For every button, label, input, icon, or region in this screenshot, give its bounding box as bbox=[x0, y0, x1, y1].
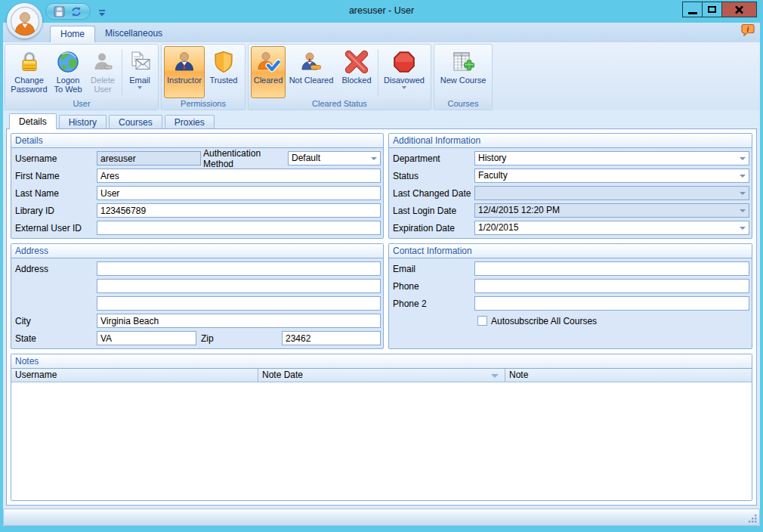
ribbon-tab-row: Home Miscellaneous i bbox=[3, 23, 760, 42]
additional-info-groupbox: Additional Information Department Histor… bbox=[388, 133, 752, 239]
column-header-note[interactable]: Note bbox=[505, 369, 752, 382]
window-title: aresuser - User bbox=[113, 5, 650, 16]
notes-table-header: Username Note Date Note bbox=[11, 369, 752, 382]
close-button[interactable] bbox=[721, 2, 757, 17]
last-changed-combo[interactable] bbox=[474, 186, 749, 200]
autosubscribe-checkbox[interactable] bbox=[477, 316, 487, 326]
ribbon-group-courses: New Course Courses bbox=[434, 44, 493, 110]
cleared-button[interactable]: Cleared bbox=[251, 46, 286, 98]
zip-field[interactable] bbox=[282, 331, 381, 345]
address-row-2 bbox=[14, 279, 381, 293]
details-page: Details Username Authentication Method D… bbox=[6, 128, 757, 506]
resize-grip[interactable] bbox=[747, 513, 758, 524]
city-field[interactable] bbox=[97, 314, 381, 328]
ribbon-group-cleared-status-content: Cleared Not Cleared bbox=[249, 45, 431, 98]
city-label: City bbox=[14, 316, 97, 326]
ribbon-group-courses-caption: Courses bbox=[434, 98, 492, 110]
user-minus-icon bbox=[299, 50, 323, 74]
phone2-field[interactable] bbox=[474, 296, 749, 311]
minimize-button[interactable] bbox=[682, 2, 703, 17]
save-icon[interactable] bbox=[54, 6, 65, 17]
last-login-combo[interactable]: 12/4/2015 12:20 PM bbox=[474, 203, 749, 218]
tab-courses[interactable]: Courses bbox=[109, 115, 162, 129]
address-line1-field[interactable] bbox=[97, 261, 381, 276]
change-password-label: Change Password bbox=[10, 76, 48, 94]
address-header: Address bbox=[11, 244, 383, 258]
last-login-label: Last Login Date bbox=[391, 206, 474, 216]
expiration-value: 1/20/2015 bbox=[478, 222, 518, 233]
username-label: Username bbox=[14, 153, 97, 164]
new-course-button[interactable]: New Course bbox=[437, 46, 490, 98]
middle-row: Address Address bbox=[11, 243, 752, 349]
user-gray-icon bbox=[91, 50, 115, 74]
tab-details[interactable]: Details bbox=[9, 113, 57, 129]
window-controls bbox=[683, 2, 757, 17]
not-cleared-button[interactable]: Not Cleared bbox=[286, 46, 337, 98]
blocked-button[interactable]: Blocked bbox=[337, 46, 376, 98]
instructor-button[interactable]: Instructor bbox=[164, 46, 205, 98]
ribbon-tab-home[interactable]: Home bbox=[50, 26, 95, 42]
column-header-note-date[interactable]: Note Date bbox=[258, 369, 505, 382]
state-field[interactable] bbox=[97, 331, 196, 345]
email-label: Email bbox=[391, 264, 474, 274]
external-id-field[interactable] bbox=[97, 221, 381, 235]
contact-info-header: Contact Information bbox=[389, 244, 752, 258]
details-header: Details bbox=[11, 134, 383, 148]
quick-access-toolbar bbox=[45, 3, 91, 20]
department-combo[interactable]: History bbox=[474, 151, 749, 165]
auth-method-combo[interactable]: Default bbox=[288, 151, 381, 165]
first-name-field[interactable] bbox=[97, 169, 381, 183]
logon-to-web-button[interactable]: Logon To Web bbox=[51, 46, 85, 98]
titlebar: aresuser - User bbox=[0, 0, 763, 23]
new-course-label: New Course bbox=[440, 76, 487, 85]
last-login-value: 12/4/2015 12:20 PM bbox=[478, 205, 560, 215]
qat-customize-button[interactable] bbox=[98, 6, 106, 20]
tab-history[interactable]: History bbox=[59, 115, 107, 129]
maximize-button[interactable] bbox=[702, 2, 722, 17]
refresh-icon[interactable] bbox=[70, 6, 82, 17]
address-line2-field[interactable] bbox=[97, 279, 381, 293]
additional-info-body: Department History Status Faculty bbox=[389, 148, 752, 238]
auth-method-value: Default bbox=[292, 153, 320, 163]
address-label: Address bbox=[14, 264, 97, 274]
ribbon-group-cleared-status: Cleared Not Cleared bbox=[248, 44, 431, 110]
chevron-down-icon bbox=[740, 209, 746, 212]
column-header-username[interactable]: Username bbox=[11, 369, 258, 382]
username-field[interactable] bbox=[97, 151, 201, 165]
sort-descending-icon bbox=[491, 374, 499, 378]
user-avatar-icon bbox=[10, 6, 40, 36]
last-name-field[interactable] bbox=[97, 186, 381, 200]
address-row-1: Address bbox=[14, 261, 381, 276]
email-field[interactable] bbox=[474, 261, 749, 276]
application-menu-button[interactable] bbox=[7, 3, 42, 39]
new-course-icon bbox=[451, 50, 475, 74]
phone-row: Phone bbox=[391, 279, 749, 293]
library-id-field[interactable] bbox=[97, 203, 381, 218]
ribbon-tab-miscellaneous[interactable]: Miscellaneous bbox=[95, 26, 172, 42]
external-id-label: External User ID bbox=[14, 223, 97, 234]
details-body: Username Authentication Method Default F… bbox=[11, 148, 383, 238]
expiration-combo[interactable]: 1/20/2015 bbox=[474, 221, 749, 235]
notes-table-body[interactable] bbox=[11, 382, 752, 500]
help-button[interactable]: i bbox=[741, 23, 755, 39]
autosubscribe-row: Autosubscribe All Courses bbox=[391, 314, 749, 328]
change-password-button[interactable]: Change Password bbox=[8, 46, 51, 98]
trusted-button[interactable]: Trusted bbox=[205, 46, 242, 98]
city-row: City bbox=[14, 314, 381, 328]
email-button[interactable]: Email bbox=[124, 46, 156, 98]
tab-proxies[interactable]: Proxies bbox=[165, 115, 215, 129]
status-combo[interactable]: Faculty bbox=[474, 169, 749, 183]
phone-field[interactable] bbox=[474, 279, 749, 293]
address-line3-field[interactable] bbox=[97, 296, 381, 311]
customize-dropdown-icon bbox=[98, 10, 106, 17]
svg-text:i: i bbox=[747, 25, 749, 33]
address-row-3 bbox=[14, 296, 381, 311]
address-groupbox: Address Address bbox=[11, 243, 384, 349]
disavowed-button[interactable]: Disavowed bbox=[380, 46, 428, 98]
username-row: Username Authentication Method Default bbox=[14, 151, 381, 165]
ribbon-group-user-caption: User bbox=[5, 98, 158, 110]
instructor-label: Instructor bbox=[167, 76, 202, 85]
instructor-icon bbox=[172, 50, 196, 74]
ribbon-group-permissions: Instructor Trusted Permissions bbox=[161, 44, 246, 110]
ribbon-group-permissions-caption: Permissions bbox=[162, 98, 245, 110]
